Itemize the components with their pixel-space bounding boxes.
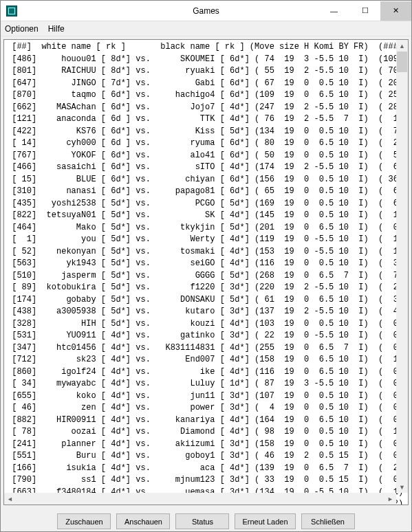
vertical-scrollbar[interactable]: ▲ ▼ [396,40,408,493]
scroll-up-icon[interactable]: ▲ [396,40,408,52]
menu-hilfe[interactable]: Hilfe [48,24,65,34]
horizontal-scrollbar[interactable]: ◄ ► [4,493,396,505]
minimize-button[interactable]: — [318,1,349,21]
content-frame: [##] white name [ rk ] black name [ rk ]… [3,39,409,505]
scroll-right-icon[interactable]: ► [384,493,396,505]
titlebar: Games — ☐ ✕ [1,1,411,21]
maximize-button[interactable]: ☐ [349,1,380,21]
close-button[interactable]: ✕ [380,1,411,21]
erneut-laden-button[interactable]: Erneut Laden [235,513,295,529]
menubar: Optionen Hilfe [1,21,411,36]
zuschauen-button[interactable]: Zuschauen [57,513,111,529]
scroll-thumb[interactable] [397,52,407,72]
schliessen-button[interactable]: Schließen [301,513,355,529]
app-icon [6,5,17,16]
button-bar: Zuschauen Anschauen Status Erneut Laden … [1,508,411,532]
menu-optionen[interactable]: Optionen [5,24,39,34]
games-listing[interactable]: [##] white name [ rk ] black name [ rk ]… [4,40,408,505]
scroll-left-icon[interactable]: ◄ [4,493,16,505]
anschauen-button[interactable]: Anschauen [116,513,170,529]
scroll-down-icon[interactable]: ▼ [396,481,408,493]
status-button[interactable]: Status [175,513,229,529]
